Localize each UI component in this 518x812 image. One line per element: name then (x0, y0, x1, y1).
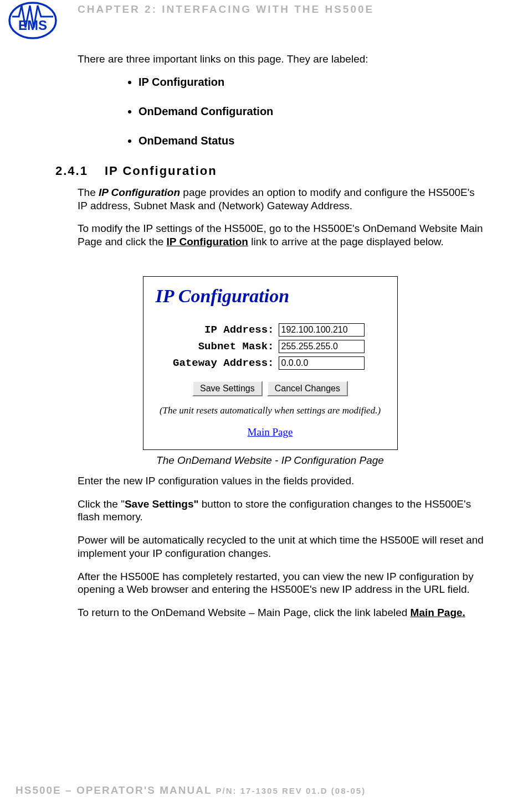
paragraph: After the HS500E has completely restarte… (78, 570, 485, 597)
subnet-mask-input[interactable] (279, 340, 365, 353)
figure-note: (The unit resets automatically when sett… (152, 405, 388, 416)
section-heading: 2.4.1IP Configuration (55, 164, 485, 178)
gateway-address-label: Gateway Address: (162, 357, 279, 369)
chapter-header: CHAPTER 2: INTERFACING WITH THE HS500E (78, 3, 374, 15)
ip-config-figure: IP Configuration IP Address: Subnet Mask… (143, 276, 398, 450)
ems-logo-icon: EMS (8, 1, 58, 40)
ip-address-label: IP Address: (162, 324, 279, 336)
gateway-address-input[interactable] (279, 356, 365, 370)
ip-address-input[interactable] (279, 323, 365, 337)
links-list: IP Configuration OnDemand Configuration … (139, 76, 485, 147)
save-settings-button[interactable]: Save Settings (192, 381, 263, 396)
cancel-changes-button[interactable]: Cancel Changes (267, 381, 348, 396)
paragraph: Enter the new IP configuration values in… (78, 474, 485, 488)
figure-caption: The OnDemand Website - IP Configuration … (55, 454, 485, 467)
main-page-link[interactable]: Main Page (248, 426, 293, 438)
figure-title: IP Configuration (152, 286, 388, 307)
paragraph: The IP Configuration page provides an op… (78, 186, 485, 213)
list-item: OnDemand Status (139, 135, 485, 147)
section-number: 2.4.1 (55, 164, 88, 178)
svg-text:EMS: EMS (18, 18, 47, 33)
list-item: OnDemand Configuration (139, 105, 485, 118)
paragraph: To modify the IP settings of the HS500E,… (78, 222, 485, 249)
subnet-mask-label: Subnet Mask: (162, 340, 279, 353)
paragraph: Click the "Save Settings" button to stor… (78, 498, 485, 524)
intro-text: There are three important links on this … (78, 53, 485, 66)
paragraph: Power will be automatically recycled to … (78, 534, 485, 560)
list-item: IP Configuration (139, 76, 485, 89)
section-title: IP Configuration (105, 164, 217, 178)
paragraph: To return to the OnDemand Website – Main… (78, 606, 485, 619)
page-footer: HS500E – OPERATOR'S MANUAL P/N: 17-1305 … (16, 784, 366, 797)
